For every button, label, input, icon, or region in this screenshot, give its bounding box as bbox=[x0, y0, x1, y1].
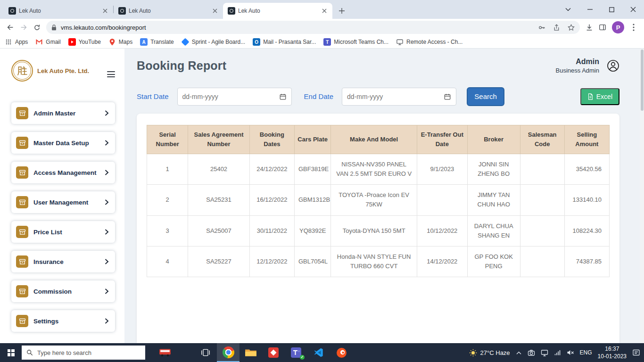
taskbar-clock[interactable]: 16:37 10-01-2023 bbox=[598, 345, 627, 360]
bookmark-maps[interactable]: Maps bbox=[108, 38, 132, 46]
bookmark-translate[interactable]: A Translate bbox=[140, 38, 174, 46]
tab-close-icon[interactable] bbox=[320, 7, 329, 15]
weather-widget[interactable]: 27°C Haze bbox=[469, 349, 510, 357]
chrome-taskbar-icon[interactable] bbox=[217, 343, 239, 362]
language-indicator[interactable]: ENG bbox=[580, 349, 592, 356]
sidebar-item-admin-master[interactable]: Admin Master bbox=[11, 102, 115, 124]
table-cell: 14/12/2022 bbox=[417, 246, 467, 277]
browser-tab-2[interactable]: Lek Auto bbox=[114, 3, 223, 19]
chevron-right-icon bbox=[104, 318, 109, 324]
bookmarks-apps-button[interactable]: Apps bbox=[5, 38, 28, 46]
column-header: Make And Model bbox=[331, 125, 417, 154]
start-button[interactable] bbox=[0, 343, 22, 362]
table-cell: 10/12/2022 bbox=[417, 215, 467, 246]
calendar-icon[interactable] bbox=[444, 93, 451, 100]
tab-close-icon[interactable] bbox=[211, 7, 219, 15]
vscode-taskbar-icon[interactable] bbox=[307, 343, 330, 362]
bus-app-icon[interactable] bbox=[154, 343, 176, 362]
chevron-right-icon bbox=[104, 140, 109, 146]
action-center-icon[interactable] bbox=[632, 349, 640, 356]
bookmark-remote-access[interactable]: Remote Access - Ch... bbox=[396, 38, 462, 46]
orange-app-icon[interactable] bbox=[330, 343, 353, 362]
table-cell: 30/11/2022 bbox=[249, 215, 294, 246]
table-cell: 35420.56 bbox=[564, 154, 609, 184]
status-check-badge: ✓ bbox=[300, 355, 305, 360]
bookmark-label: Apps bbox=[15, 39, 28, 45]
sidebar-item-master-data-setup[interactable]: Master Data Setup bbox=[11, 132, 115, 154]
vscode-icon bbox=[314, 347, 324, 358]
tray-expand-chevron-icon[interactable] bbox=[516, 351, 522, 355]
scrollbar-thumb[interactable] bbox=[641, 49, 644, 111]
search-button[interactable]: Search bbox=[467, 87, 504, 106]
table-cell: 3 bbox=[147, 215, 188, 246]
excel-export-button[interactable]: Excel bbox=[580, 88, 619, 105]
tab-close-icon[interactable] bbox=[101, 7, 109, 15]
sidebar-item-price-list[interactable]: Price List bbox=[11, 221, 115, 243]
table-cell bbox=[520, 246, 564, 277]
sidebar-item-user-management[interactable]: User Management bbox=[11, 191, 115, 213]
bookmark-star-icon[interactable] bbox=[567, 24, 575, 32]
start-date-input[interactable]: dd-mm-yyyy bbox=[177, 88, 292, 106]
close-button[interactable] bbox=[622, 0, 644, 19]
end-date-input[interactable]: dd-mm-yyyy bbox=[342, 88, 456, 106]
volume-muted-icon[interactable] bbox=[567, 349, 574, 356]
file-explorer-icon[interactable] bbox=[239, 343, 262, 362]
minimize-button[interactable] bbox=[579, 0, 601, 19]
bookmark-teams[interactable]: T Microsoft Teams Ch... bbox=[323, 38, 388, 46]
bookmark-outlook-mail[interactable]: O Mail - Prasanta Sar... bbox=[253, 38, 316, 46]
teams-taskbar-icon[interactable]: ✓ bbox=[285, 343, 307, 362]
sidebar-item-label: Settings bbox=[33, 318, 58, 325]
table-cell bbox=[520, 185, 564, 215]
bookmark-gmail[interactable]: Gmail bbox=[35, 38, 60, 46]
table-cell: 4 bbox=[147, 246, 188, 277]
side-panel-icon[interactable] bbox=[596, 21, 609, 34]
back-button[interactable] bbox=[4, 21, 17, 34]
sidebar-toggle-icon[interactable] bbox=[107, 71, 115, 77]
camera-icon[interactable] bbox=[528, 349, 535, 356]
sidebar-item-label: Admin Master bbox=[33, 110, 75, 117]
archive-icon bbox=[16, 196, 28, 208]
bookmark-sprint-board[interactable]: Sprint - Agile Board... bbox=[182, 38, 245, 46]
site-favicon bbox=[228, 7, 235, 15]
taskbar-search-placeholder: Type here to search bbox=[37, 349, 91, 356]
table-cell: 12/12/2022 bbox=[249, 246, 294, 277]
person-circle-icon[interactable] bbox=[607, 59, 619, 72]
new-tab-button[interactable] bbox=[335, 4, 348, 17]
page-scrollbar[interactable] bbox=[640, 49, 644, 343]
sidebar-item-label: Commission bbox=[33, 288, 72, 295]
display-icon[interactable] bbox=[541, 349, 548, 356]
browser-tab-3-active[interactable]: Lek Auto bbox=[223, 3, 332, 19]
table-cell: 9/1/2023 bbox=[417, 154, 467, 184]
maximize-button[interactable] bbox=[601, 0, 622, 19]
translate-icon: A bbox=[140, 38, 148, 46]
tab-search-button[interactable] bbox=[557, 0, 579, 19]
network-icon[interactable] bbox=[554, 349, 561, 356]
forward-button[interactable] bbox=[17, 21, 30, 34]
chevron-right-icon bbox=[104, 169, 109, 176]
screen: Lek Auto Lek Auto Lek Auto vms.lekaut bbox=[0, 0, 644, 362]
sidebar-item-commission[interactable]: Commission bbox=[11, 280, 115, 302]
red-app-icon[interactable] bbox=[262, 343, 285, 362]
browser-menu-icon[interactable] bbox=[627, 21, 640, 34]
table-cell: 108224.30 bbox=[564, 215, 609, 246]
password-key-icon[interactable] bbox=[538, 24, 546, 32]
column-header: Salesman Code bbox=[520, 125, 564, 154]
tab-title: Lek Auto bbox=[129, 8, 208, 14]
taskbar-search-input[interactable]: Type here to search bbox=[22, 346, 145, 360]
tab-title: Lek Auto bbox=[19, 8, 98, 14]
address-bar[interactable]: vms.lekauto.com/bookingreport bbox=[46, 21, 580, 34]
bookmark-label: Mail - Prasanta Sar... bbox=[263, 39, 316, 45]
calendar-icon[interactable] bbox=[279, 93, 287, 100]
download-icon[interactable] bbox=[583, 21, 596, 34]
sidebar-item-access-management[interactable]: Access Management bbox=[11, 162, 115, 183]
profile-avatar[interactable]: P bbox=[612, 21, 624, 33]
sidebar-item-insurance[interactable]: Insurance bbox=[11, 251, 115, 272]
sidebar-item-settings[interactable]: Settings bbox=[11, 310, 115, 332]
reload-button[interactable] bbox=[30, 21, 43, 34]
share-icon[interactable] bbox=[553, 24, 561, 32]
bookmark-youtube[interactable]: YouTube bbox=[68, 38, 101, 46]
table-cell: GBF3819E bbox=[294, 154, 330, 184]
task-view-button[interactable] bbox=[194, 343, 217, 362]
orange-circle-icon bbox=[336, 347, 347, 358]
browser-tab-1[interactable]: Lek Auto bbox=[4, 3, 113, 19]
